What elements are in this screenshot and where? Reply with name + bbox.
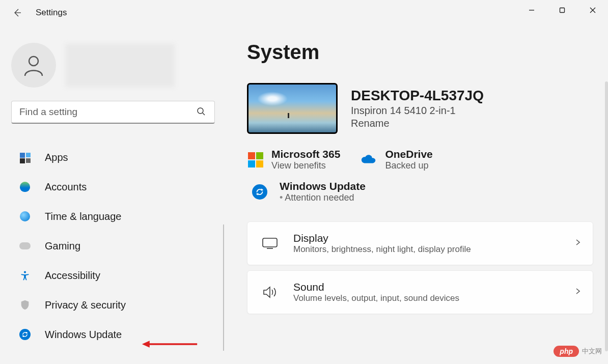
svg-point-1	[29, 57, 38, 66]
status-subtitle: Attention needed	[280, 192, 366, 203]
main-content: System DESKTOP-4L537JQ Inspiron 14 5410 …	[224, 25, 608, 364]
sidebar-item-label: Apps	[45, 152, 68, 163]
sidebar: Apps Accounts Time & language Gaming Acc…	[0, 25, 224, 364]
device-name: DESKTOP-4L537JQ	[351, 88, 484, 104]
svg-rect-0	[560, 8, 565, 13]
apps-icon	[18, 151, 32, 164]
sidebar-item-label: Privacy & security	[45, 299, 126, 311]
sidebar-item-label: Windows Update	[45, 329, 122, 341]
chevron-right-icon	[574, 239, 582, 248]
titlebar: Settings	[0, 0, 608, 25]
device-model: Inspiron 14 5410 2-in-1	[351, 105, 484, 117]
window-controls	[516, 0, 608, 20]
annotation-arrow	[136, 339, 203, 349]
search-icon	[197, 107, 207, 117]
card-subtitle: Monitors, brightness, night light, displ…	[293, 244, 574, 255]
search-input[interactable]	[19, 106, 197, 118]
accounts-icon	[18, 180, 32, 193]
sidebar-item-accessibility[interactable]: Accessibility	[11, 262, 224, 289]
status-subtitle: Backed up	[385, 160, 432, 171]
accessibility-icon	[18, 269, 32, 282]
sidebar-item-gaming[interactable]: Gaming	[11, 233, 224, 259]
sidebar-item-label: Time & language	[45, 211, 121, 222]
windows-update-icon	[18, 328, 32, 341]
chevron-right-icon	[574, 288, 582, 297]
onedrive-icon	[361, 151, 378, 169]
svg-point-2	[198, 108, 203, 114]
status-windows-update[interactable]: Windows Update Attention needed	[247, 180, 603, 203]
device-thumbnail	[247, 83, 338, 134]
sidebar-item-label: Accessibility	[45, 270, 100, 282]
svg-rect-4	[263, 238, 277, 247]
status-row: Microsoft 365 View benefits OneDrive Bac…	[247, 148, 603, 171]
status-title: OneDrive	[385, 148, 432, 160]
card-sound[interactable]: Sound Volume levels, output, input, soun…	[247, 270, 593, 314]
close-button[interactable]	[577, 0, 608, 20]
sidebar-item-label: Accounts	[45, 181, 87, 193]
sidebar-item-apps[interactable]: Apps	[11, 144, 224, 171]
watermark-text: 中文网	[582, 347, 602, 356]
window-title: Settings	[36, 8, 67, 18]
status-title: Microsoft 365	[271, 148, 340, 160]
avatar	[11, 43, 56, 88]
windows-update-status-icon	[252, 184, 267, 200]
svg-point-3	[24, 271, 26, 273]
gaming-icon	[18, 239, 32, 253]
account-section[interactable]	[11, 43, 224, 88]
card-title: Sound	[293, 281, 574, 293]
nav-list: Apps Accounts Time & language Gaming Acc…	[11, 144, 224, 348]
card-title: Display	[293, 232, 574, 244]
back-button[interactable]	[11, 7, 23, 19]
card-display[interactable]: Display Monitors, brightness, night ligh…	[247, 221, 593, 265]
minimize-button[interactable]	[516, 0, 547, 20]
device-section: DESKTOP-4L537JQ Inspiron 14 5410 2-in-1 …	[247, 83, 603, 134]
status-onedrive[interactable]: OneDrive Backed up	[361, 148, 432, 171]
account-name-redacted	[65, 44, 175, 87]
microsoft-365-icon	[247, 151, 264, 169]
shield-icon	[18, 298, 32, 312]
status-title: Windows Update	[280, 180, 366, 192]
card-subtitle: Volume levels, output, input, sound devi…	[293, 293, 574, 303]
display-icon	[261, 234, 279, 253]
sidebar-item-privacy-security[interactable]: Privacy & security	[11, 292, 224, 318]
page-heading: System	[247, 41, 603, 64]
time-language-icon	[18, 210, 32, 223]
sidebar-item-label: Gaming	[45, 240, 80, 252]
sidebar-item-time-language[interactable]: Time & language	[11, 203, 224, 230]
watermark-pill: php	[554, 346, 579, 357]
status-subtitle: View benefits	[271, 160, 340, 171]
sound-icon	[261, 283, 279, 301]
sidebar-item-accounts[interactable]: Accounts	[11, 174, 224, 200]
device-rename-link[interactable]: Rename	[351, 118, 484, 129]
maximize-button[interactable]	[547, 0, 577, 20]
search-box[interactable]	[11, 101, 215, 124]
scrollbar-main[interactable]	[605, 81, 608, 351]
status-microsoft-365[interactable]: Microsoft 365 View benefits	[247, 148, 340, 171]
watermark: php 中文网	[554, 346, 602, 357]
